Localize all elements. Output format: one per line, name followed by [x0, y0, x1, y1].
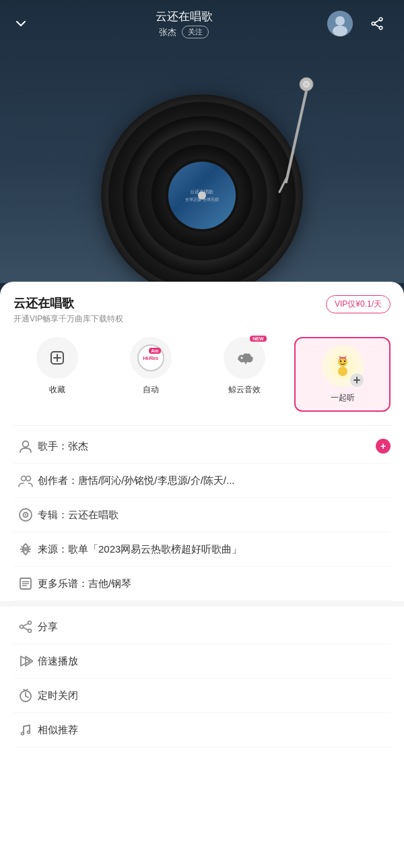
svg-line-6 [375, 20, 380, 23]
vinyl-center: 云还在唱歌 全球正版 全球无损 [168, 162, 236, 229]
tonearm [266, 74, 320, 195]
song-title: 云还在唱歌 [40, 9, 327, 24]
header-subtitle: 张杰 关注 [40, 26, 327, 38]
share-icon[interactable] [364, 16, 391, 31]
source-item[interactable]: 来源：歌单「2023网易云热歌榜超好听歌曲」 [13, 532, 391, 567]
listen-together-button[interactable]: 一起听 [294, 337, 391, 412]
svg-point-36 [28, 621, 32, 625]
svg-point-26 [22, 476, 26, 481]
creator-icon [13, 473, 38, 488]
svg-line-11 [279, 179, 286, 192]
timer-label: 定时关闭 [38, 689, 391, 702]
action-row: 收藏 Hi-Res Am 自动 NEW 鲸云音效 [13, 337, 391, 412]
svg-line-10 [286, 91, 306, 182]
album-icon [13, 507, 38, 522]
svg-point-25 [23, 441, 29, 447]
svg-point-4 [372, 22, 375, 26]
album-item[interactable]: 专辑：云还在唱歌 [13, 498, 391, 532]
panel-header: 云还在唱歌 开通VIP畅享千万曲库下载特权 VIP仅¥0.1/天 [13, 295, 391, 325]
similar-label: 相似推荐 [38, 724, 391, 737]
svg-point-30 [25, 514, 26, 516]
collect-button[interactable]: 收藏 [13, 337, 100, 412]
collect-icon-circle [36, 337, 78, 379]
panel-song-title: 云还在唱歌 [13, 295, 326, 311]
timer-item[interactable]: 定时关闭 [13, 679, 391, 713]
share-label: 分享 [38, 621, 391, 633]
whale-sound-button[interactable]: NEW 鲸云音效 [201, 337, 288, 412]
singer-item[interactable]: 歌手：张杰 + [13, 429, 391, 464]
score-item[interactable]: 更多乐谱：吉他/钢琴 [13, 567, 391, 601]
avatar-image [327, 11, 353, 36]
auto-label: 自动 [143, 384, 159, 396]
svg-point-37 [20, 625, 24, 629]
hires-icon-circle: Hi-Res Am [130, 337, 172, 379]
svg-point-2 [333, 26, 347, 36]
svg-line-40 [23, 627, 28, 630]
svg-line-39 [23, 623, 28, 626]
svg-point-48 [22, 733, 24, 735]
hires-am-badge: Am [149, 348, 160, 354]
score-text: 更多乐谱：吉他/钢琴 [38, 578, 391, 590]
svg-line-7 [375, 24, 380, 27]
creator-item[interactable]: 创作者：唐恬/阿沁/孙铭悦/李思源/介/陈天/... [13, 464, 391, 498]
panel-subtitle: 开通VIP畅享千万曲库下载特权 [13, 313, 326, 325]
listen-together-icon [322, 345, 364, 387]
svg-line-45 [26, 696, 28, 698]
section-divider [0, 601, 404, 607]
source-icon [13, 542, 38, 557]
svg-point-22 [341, 357, 343, 359]
score-icon [13, 576, 38, 591]
panel-title-area: 云还在唱歌 开通VIP畅享千万曲库下载特权 [13, 295, 326, 325]
album-text: 专辑：云还在唱歌 [38, 509, 391, 522]
svg-point-38 [28, 629, 32, 633]
bottom-panel: 云还在唱歌 开通VIP畅享千万曲库下载特权 VIP仅¥0.1/天 收藏 Hi-R… [0, 282, 404, 868]
hires-text: Hi-Res [143, 355, 158, 361]
header: 云还在唱歌 张杰 关注 [0, 0, 404, 47]
hires-circle: Hi-Res Am [137, 344, 164, 371]
header-title-area: 云还在唱歌 张杰 关注 [40, 9, 327, 38]
svg-point-21 [338, 367, 347, 376]
info-list: 歌手：张杰 + 创作者：唐恬/阿沁/孙铭悦/李思源/介/陈天/... [13, 425, 391, 601]
chevron-down-icon[interactable] [13, 16, 40, 31]
vinyl-container: 云还在唱歌 全球正版 全球无损 [94, 88, 310, 283]
follow-button[interactable]: 关注 [182, 26, 209, 38]
share-item[interactable]: 分享 [13, 610, 391, 644]
whale-icon-circle: NEW [224, 337, 265, 379]
creator-text: 创作者：唐恬/阿沁/孙铭悦/李思源/介/陈天/... [38, 474, 391, 487]
svg-point-27 [26, 476, 31, 481]
svg-point-1 [335, 16, 345, 26]
artist-name: 张杰 [159, 26, 176, 38]
share-list-icon [13, 619, 38, 634]
auto-button[interactable]: Hi-Res Am 自动 [107, 337, 194, 412]
avatar[interactable] [327, 11, 353, 36]
speed-label: 倍速播放 [38, 655, 391, 668]
svg-point-12 [304, 82, 308, 86]
top-background: 云还在唱歌 张杰 关注 [0, 0, 404, 283]
svg-point-3 [379, 18, 382, 21]
action-list: 分享 倍速播放 定时关闭 [13, 607, 391, 747]
timer-icon [13, 688, 38, 703]
vinyl-center-dot [198, 191, 206, 199]
svg-point-19 [339, 361, 341, 362]
collect-label: 收藏 [49, 384, 65, 396]
add-singer-button[interactable]: + [376, 439, 391, 454]
whale-label: 鲸云音效 [228, 384, 261, 396]
singer-text: 歌手：张杰 [38, 440, 372, 453]
similar-icon [13, 722, 38, 737]
source-text: 来源：歌单「2023网易云热歌榜超好听歌曲」 [38, 543, 391, 556]
plus-icon [350, 373, 364, 387]
svg-point-5 [379, 26, 382, 30]
svg-point-20 [343, 361, 345, 362]
vip-badge[interactable]: VIP仅¥0.1/天 [326, 295, 391, 313]
speed-icon [13, 654, 38, 669]
speed-item[interactable]: 倍速播放 [13, 644, 391, 679]
new-badge: NEW [250, 336, 266, 342]
together-label: 一起听 [331, 392, 355, 404]
similar-item[interactable]: 相似推荐 [13, 713, 391, 747]
singer-icon [13, 439, 38, 454]
svg-point-49 [28, 731, 30, 734]
svg-point-16 [240, 357, 242, 359]
